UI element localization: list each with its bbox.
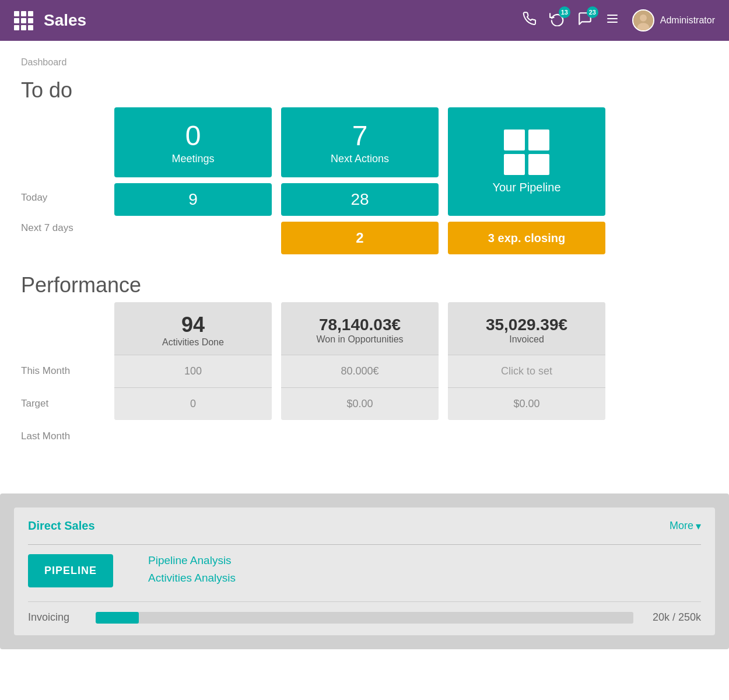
opportunities-target: 80.000€	[281, 355, 439, 387]
activities-label: Activities Done	[162, 337, 224, 348]
invoicing-bar-fill	[96, 612, 139, 624]
phone-icon[interactable]	[523, 12, 537, 29]
opportunities-number: 78,140.03€	[319, 316, 401, 334]
todo-cards: 0 Meetings 9 7 Next Actions 28	[114, 107, 708, 254]
performance-cards: 94 Activities Done 100 0 78,140.03€ Won …	[114, 302, 708, 420]
opportunities-card: 78,140.03€ Won in Opportunities 80.000€ …	[281, 302, 439, 420]
invoiced-target[interactable]: Click to set	[448, 355, 605, 387]
sales-panel: Direct Sales More ▾ PIPELINE Pipeline An…	[14, 508, 715, 635]
next7-label: Next 7 days	[21, 222, 114, 234]
opportunities-main[interactable]: 78,140.03€ Won in Opportunities	[281, 302, 439, 355]
this-month-label: This Month	[21, 355, 114, 387]
invoicing-value: 20k / 250k	[643, 611, 701, 624]
sales-header: Direct Sales More ▾	[28, 519, 701, 533]
invoicing-bar-track	[96, 612, 633, 624]
invoiced-main[interactable]: 35,029.39€ Invoiced	[448, 302, 605, 355]
performance-layout: This Month Target Last Month 94 Activiti…	[21, 302, 708, 453]
todo-title: To do	[21, 78, 708, 103]
app-grid-icon[interactable]	[14, 11, 33, 30]
activities-number: 94	[181, 313, 205, 337]
history-badge: 13	[559, 6, 570, 18]
activities-target: 100	[114, 355, 272, 387]
next-actions-label: Next Actions	[331, 153, 389, 165]
invoiced-card: 35,029.39€ Invoiced Click to set $0.00	[448, 302, 605, 420]
pipeline-label: Your Pipeline	[492, 181, 560, 194]
invoicing-label: Invoicing	[28, 611, 86, 624]
todo-labels: Today Next 7 days	[21, 107, 114, 254]
meetings-today-card[interactable]: 0 Meetings	[114, 107, 272, 177]
pipeline-button[interactable]: PIPELINE	[28, 554, 113, 587]
breadcrumb: Dashboard	[21, 57, 708, 68]
meetings-today-count: 0	[185, 120, 201, 152]
invoiced-last-month: $0.00	[448, 387, 605, 420]
today-label: Today	[21, 192, 114, 204]
activities-analysis-link[interactable]: Activities Analysis	[148, 572, 236, 584]
invoiced-number: 35,029.39€	[486, 316, 567, 334]
performance-labels: This Month Target Last Month	[21, 302, 114, 453]
top-navigation: Sales 13 23	[0, 0, 729, 41]
pipeline-grid-icon	[504, 130, 549, 175]
analysis-links: Pipeline Analysis Activities Analysis	[148, 554, 236, 584]
main-content: Dashboard To do Today Next 7 days 0 Meet…	[0, 41, 729, 488]
activities-main[interactable]: 94 Activities Done	[114, 302, 272, 355]
meetings-column: 0 Meetings 9	[114, 107, 272, 254]
pipeline-exp-closing-card[interactable]: 3 exp. closing	[448, 222, 605, 254]
next-actions-next7-count: 28	[351, 190, 369, 209]
activities-card: 94 Activities Done 100 0	[114, 302, 272, 420]
next-actions-today-count: 7	[352, 120, 368, 152]
next-actions-today-card[interactable]: 7 Next Actions	[281, 107, 439, 177]
more-button[interactable]: More ▾	[670, 520, 701, 533]
sales-body: PIPELINE Pipeline Analysis Activities An…	[28, 554, 701, 601]
opportunities-last-month: $0.00	[281, 387, 439, 420]
pipeline-analysis-link[interactable]: Pipeline Analysis	[148, 554, 236, 567]
meetings-next7-card[interactable]: 9	[114, 183, 272, 216]
invoicing-bar-section: Invoicing 20k / 250k	[28, 601, 701, 624]
tools-icon[interactable]	[605, 12, 619, 29]
history-icon[interactable]: 13	[549, 11, 565, 30]
todo-section: To do Today Next 7 days 0 Meetings 9	[21, 78, 708, 254]
invoicing-row: Invoicing 20k / 250k	[28, 611, 701, 624]
divider	[28, 544, 701, 545]
last-month-label: Last Month	[21, 420, 114, 453]
user-avatar[interactable]: Administrator	[632, 9, 715, 32]
next-actions-overdue-count: 2	[356, 230, 363, 246]
avatar	[632, 9, 654, 32]
messages-icon[interactable]: 23	[577, 11, 593, 30]
sales-title[interactable]: Direct Sales	[28, 519, 95, 533]
svg-point-4	[640, 15, 647, 22]
activities-last-month: 0	[114, 387, 272, 420]
meetings-label: Meetings	[171, 153, 214, 165]
user-name: Administrator	[660, 15, 715, 26]
app-title: Sales	[44, 11, 86, 30]
pipeline-card[interactable]: Your Pipeline	[448, 107, 605, 216]
bottom-section: Direct Sales More ▾ PIPELINE Pipeline An…	[0, 494, 729, 649]
opportunities-label: Won in Opportunities	[316, 334, 403, 345]
next-actions-overdue-card[interactable]: 2	[281, 222, 439, 254]
chevron-down-icon: ▾	[696, 520, 701, 533]
next-actions-next7-card[interactable]: 28	[281, 183, 439, 216]
performance-title: Performance	[21, 273, 708, 298]
next-actions-column: 7 Next Actions 28 2	[281, 107, 439, 254]
invoiced-label: Invoiced	[509, 334, 544, 345]
meetings-next7-count: 9	[188, 190, 198, 209]
pipeline-exp-closing-count: 3 exp. closing	[488, 232, 565, 245]
todo-layout: Today Next 7 days 0 Meetings 9	[21, 107, 708, 254]
messages-badge: 23	[587, 6, 598, 18]
pipeline-column: Your Pipeline 3 exp. closing	[448, 107, 605, 254]
performance-section: Performance This Month Target Last Month…	[21, 273, 708, 453]
target-label: Target	[21, 387, 114, 420]
